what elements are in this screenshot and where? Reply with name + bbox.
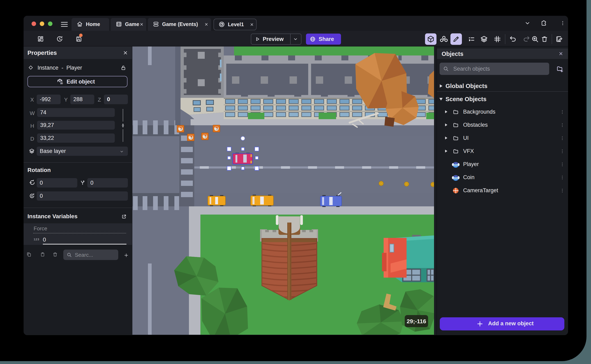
svg-text:3D: 3D (60, 82, 63, 84)
svg-text:29;-116: 29;-116 (407, 318, 426, 325)
